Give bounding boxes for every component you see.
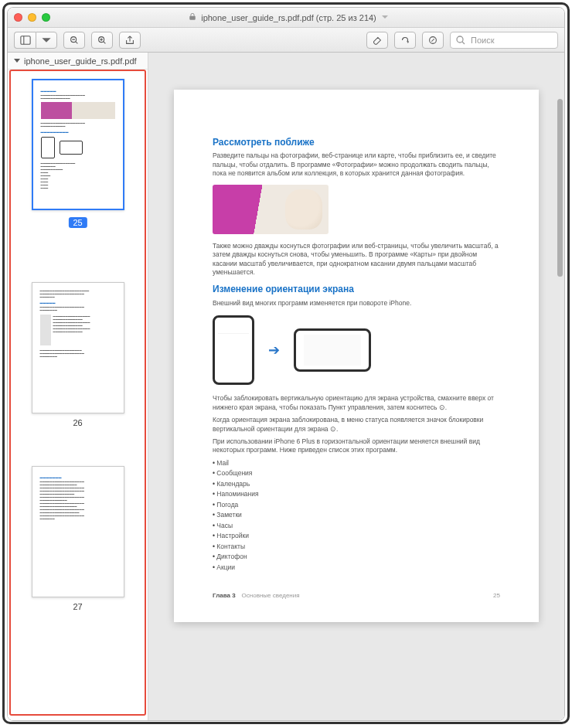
vertical-scrollbar[interactable]: [557, 99, 563, 713]
search-icon: [455, 35, 466, 46]
heading-orientation: Изменение ориентации экрана: [213, 283, 500, 295]
list-item: Напоминания: [213, 490, 500, 498]
sidebar-icon: [20, 35, 31, 46]
disclosure-triangle-icon: [14, 59, 20, 63]
search-field[interactable]: Поиск: [450, 32, 558, 49]
thumbnail-sidebar: iphone_user_guide_rs.pdf.pdf ▬▬▬▬▬ ▬▬▬▬▬…: [8, 53, 148, 720]
svg-line-3: [76, 41, 78, 43]
page-thumbnail-26[interactable]: ▬▬▬▬▬▬▬▬▬▬▬▬▬▬▬▬▬▬▬▬▬▬▬▬▬▬▬▬▬▬▬▬▬▬▬▬▬▬▬▬…: [32, 282, 124, 413]
para-orient-1: Внешний вид многих программ изменяется п…: [213, 299, 500, 308]
zoom-window-button[interactable]: [42, 13, 50, 22]
phone-landscape-icon: [294, 328, 371, 372]
page-number-label-26: 26: [12, 418, 143, 427]
zoom-in-button[interactable]: [91, 32, 113, 49]
para-zoom-1: Разведите пальцы на фотографии, веб-стра…: [213, 151, 500, 178]
para-orient-2: Чтобы заблокировать вертикальную ориента…: [213, 394, 500, 412]
list-item: Mail: [213, 459, 500, 468]
para-orient-4: При использовании iPhone 6 Plus в горизо…: [213, 437, 500, 455]
app-list: Mail Сообщения Календарь Напоминания Пог…: [213, 459, 500, 572]
title-dropdown-icon[interactable]: [381, 13, 389, 22]
arrow-right-icon: ➔: [268, 341, 280, 359]
list-item: Акции: [213, 563, 500, 572]
window-titlebar: iphone_user_guide_rs.pdf.pdf (стр. 25 из…: [8, 8, 564, 28]
para-orient-3: Когда ориентация экрана заблокирована, в…: [213, 416, 500, 434]
list-item: Погода: [213, 501, 500, 509]
list-item: Часы: [213, 522, 500, 530]
highlighter-icon: [372, 35, 383, 46]
rotate-icon: [400, 35, 410, 46]
heading-zoom: Рассмотреть поближе: [213, 136, 500, 148]
window-title: iphone_user_guide_rs.pdf.pdf (стр. 25 из…: [201, 13, 376, 22]
zoom-out-button[interactable]: [63, 32, 85, 49]
search-placeholder: Поиск: [471, 36, 494, 45]
list-item: Календарь: [213, 480, 500, 488]
para-zoom-2: Также можно дважды коснуться фотографии …: [213, 242, 500, 277]
sidebar-filename: iphone_user_guide_rs.pdf.pdf: [24, 56, 137, 66]
footer-chapter: Глава 3: [213, 592, 236, 600]
list-item: Диктофон: [213, 553, 500, 561]
footer-section: Основные сведения: [242, 592, 300, 600]
svg-line-6: [104, 41, 106, 43]
page-thumbnail-27[interactable]: ▬▬▬▬▬▬▬ ▬▬▬▬▬▬▬▬▬▬▬▬▬▬▬▬▬▬▬▬▬▬▬▬▬▬▬▬▬▬▬▬…: [32, 466, 124, 597]
highlight-button[interactable]: [366, 32, 388, 49]
svg-rect-0: [20, 36, 29, 44]
close-window-button[interactable]: [14, 13, 22, 22]
page-thumbnail-25[interactable]: ▬▬▬▬▬ ▬▬▬▬▬▬▬▬▬▬▬▬▬▬▬▬▬▬▬▬▬▬▬▬▬▬▬▬▬▬ ▬▬▬…: [32, 79, 124, 210]
page-content-25: Рассмотреть поближе Разведите пальцы на …: [174, 90, 539, 622]
sidebar-toggle-button[interactable]: [14, 32, 36, 49]
svg-line-11: [462, 42, 465, 44]
sidebar-file-header[interactable]: iphone_user_guide_rs.pdf.pdf: [8, 53, 148, 70]
minimize-window-button[interactable]: [28, 13, 36, 22]
markup-button[interactable]: [422, 32, 444, 49]
list-item: Контакты: [213, 543, 500, 551]
sidebar-mode-dropdown[interactable]: [36, 32, 57, 49]
pinch-zoom-illustration: [213, 185, 329, 234]
share-button[interactable]: [119, 32, 141, 49]
phone-portrait-icon: [213, 315, 254, 385]
document-viewer[interactable]: ЯБЛЫК Рассмотреть поближе Разведите паль…: [148, 53, 564, 720]
svg-point-10: [457, 36, 463, 43]
share-icon: [124, 35, 135, 46]
list-item: Настройки: [213, 532, 500, 540]
markup-icon: [427, 35, 438, 46]
page-number-label-25: 25: [68, 217, 87, 228]
list-item: Сообщения: [213, 469, 500, 478]
orientation-illustration: ➔: [213, 315, 500, 385]
zoom-in-icon: [97, 35, 107, 46]
list-item: Заметки: [213, 511, 500, 519]
footer-page-number: 25: [493, 592, 500, 600]
rotate-button[interactable]: [394, 32, 416, 49]
toolbar: Поиск: [8, 28, 564, 53]
lock-icon: [189, 12, 196, 22]
zoom-out-icon: [69, 35, 80, 46]
page-number-label-27: 27: [12, 602, 143, 611]
chevron-down-icon: [41, 35, 52, 46]
